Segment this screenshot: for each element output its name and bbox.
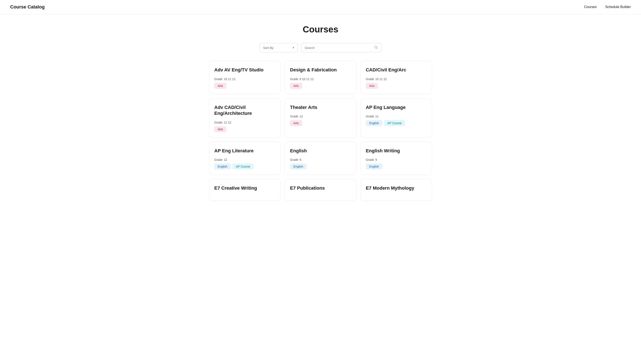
course-title: CAD/Civil Eng/Arc [366, 67, 427, 73]
svg-line-1 [377, 48, 377, 48]
course-card-ap-eng-language[interactable]: AP Eng LanguageGrade11EnglishAP Course [361, 98, 432, 138]
course-title: Adv AV Eng/TV Studio [214, 67, 275, 73]
course-title: Adv CAD/Civil Eng/Architecture [214, 104, 275, 116]
course-grade: Grade12 [290, 114, 351, 118]
header: Course Catalog Courses Schedule Builder [0, 0, 641, 14]
site-logo: Course Catalog [10, 4, 45, 10]
sort-by-label: Sort By [263, 46, 291, 50]
course-title: E7 Creative Writing [214, 185, 275, 191]
search-container [301, 43, 382, 52]
nav-courses[interactable]: Courses [584, 5, 597, 9]
search-input[interactable] [305, 46, 372, 50]
course-tags: EnglishAP Course [366, 120, 427, 126]
grade-label: Grade [214, 77, 223, 81]
course-tags: English [366, 164, 427, 170]
course-card-cad-civil-eng-arc[interactable]: CAD/Civil Eng/ArcGrade10 11 12Arts [361, 61, 432, 94]
svg-point-0 [375, 46, 377, 48]
grade-values: 10 11 12 [224, 77, 236, 81]
tag-ap-course: AP Course [384, 120, 405, 126]
course-grade: Grade9 10 11 12 [290, 77, 351, 81]
grade-values: 12 [224, 158, 227, 162]
tag-ap-course: AP Course [233, 164, 254, 170]
course-card-e7-creative-writing[interactable]: E7 Creative Writing [209, 179, 280, 201]
course-grid: Adv AV Eng/TV StudioGrade10 11 12ArtsDes… [209, 61, 432, 201]
course-grade: Grade9 [366, 158, 427, 162]
course-card-e7-modern-mythology[interactable]: E7 Modern Mythology [361, 179, 432, 201]
controls-bar: Sort By ▾ [209, 43, 432, 52]
grade-label: Grade [290, 77, 298, 81]
course-grade: Grade9 [290, 158, 351, 162]
grade-values: 10 11 12 [375, 77, 387, 81]
course-title: AP Eng Literature [214, 148, 275, 154]
tag-arts: Arts [290, 83, 302, 89]
course-grade: Grade10 11 12 [366, 77, 427, 81]
course-card-e7-publications[interactable]: E7 Publications [285, 179, 356, 201]
grade-values: 11 12 [224, 121, 231, 124]
grade-values: 9 10 11 12 [300, 77, 314, 81]
grade-label: Grade [214, 158, 223, 162]
course-title: AP Eng Language [366, 104, 427, 110]
course-grade: Grade11 12 [214, 121, 275, 124]
course-title: English [290, 148, 351, 154]
chevron-down-icon: ▾ [293, 46, 294, 49]
course-card-english[interactable]: EnglishGrade9English [285, 142, 356, 175]
grade-values: 11 [375, 114, 379, 118]
header-nav: Courses Schedule Builder [584, 5, 631, 9]
course-card-adv-cad-civil-eng-architecture[interactable]: Adv CAD/Civil Eng/ArchitectureGrade11 12… [209, 98, 280, 138]
course-tags: English [290, 164, 351, 170]
course-tags: Arts [214, 126, 275, 132]
course-card-ap-eng-literature[interactable]: AP Eng LiteratureGrade12EnglishAP Course [209, 142, 280, 175]
tag-arts: Arts [214, 126, 226, 132]
course-grade: Grade10 11 12 [214, 77, 275, 81]
grade-values: 9 [300, 158, 301, 162]
main-content: Courses Sort By ▾ Adv AV Eng/TV StudioGr… [204, 14, 437, 211]
course-grade: Grade11 [366, 114, 427, 118]
tag-english: English [214, 164, 231, 170]
grade-label: Grade [290, 114, 298, 118]
grade-values: 9 [375, 158, 377, 162]
tag-arts: Arts [366, 83, 378, 89]
tag-arts: Arts [214, 83, 226, 89]
course-tags: Arts [366, 83, 427, 89]
grade-values: 12 [300, 114, 303, 118]
course-title: Theater Arts [290, 104, 351, 110]
course-grade: Grade12 [214, 158, 275, 162]
course-tags: Arts [290, 120, 351, 126]
sort-by-select[interactable]: Sort By ▾ [259, 43, 298, 52]
course-title: E7 Publications [290, 185, 351, 191]
course-title: E7 Modern Mythology [366, 185, 427, 191]
tag-arts: Arts [290, 120, 302, 126]
tag-english: English [366, 120, 382, 126]
tag-english: English [366, 164, 382, 170]
search-icon [374, 45, 378, 50]
course-card-adv-av-eng-tv-studio[interactable]: Adv AV Eng/TV StudioGrade10 11 12Arts [209, 61, 280, 94]
grade-label: Grade [366, 158, 374, 162]
grade-label: Grade [214, 121, 223, 124]
nav-schedule-builder[interactable]: Schedule Builder [605, 5, 631, 9]
course-tags: Arts [290, 83, 351, 89]
course-card-design-fabrication[interactable]: Design & FabricationGrade9 10 11 12Arts [285, 61, 356, 94]
course-tags: Arts [214, 83, 275, 89]
course-card-english-writing[interactable]: English WritingGrade9English [361, 142, 432, 175]
course-card-theater-arts[interactable]: Theater ArtsGrade12Arts [285, 98, 356, 138]
grade-label: Grade [290, 158, 298, 162]
course-title: English Writing [366, 148, 427, 154]
grade-label: Grade [366, 114, 374, 118]
course-title: Design & Fabrication [290, 67, 351, 73]
tag-english: English [290, 164, 307, 170]
page-title: Courses [209, 24, 432, 34]
grade-label: Grade [366, 77, 374, 81]
course-tags: EnglishAP Course [214, 164, 275, 170]
